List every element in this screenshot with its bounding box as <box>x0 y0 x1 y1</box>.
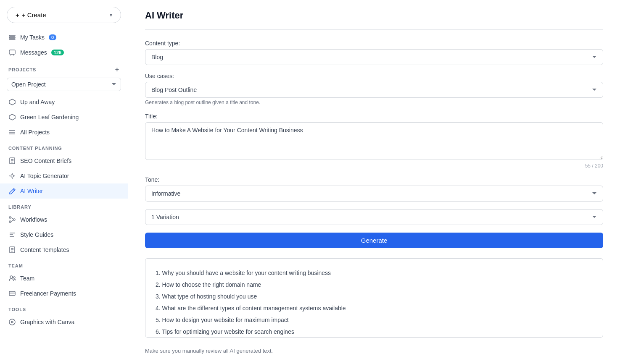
workflows-icon <box>8 216 16 223</box>
output-item-4: 4. What are the different types of conte… <box>156 302 593 314</box>
content-type-group: Content type: Blog Article Social Post E… <box>145 40 603 65</box>
team-label: Team <box>20 275 34 282</box>
output-item-3: 3. What type of hosting should you use <box>156 291 593 302</box>
sidebar-item-green-leaf[interactable]: Green Leaf Gardening <box>0 110 128 125</box>
sidebar-item-content-templates[interactable]: Content Templates <box>0 242 128 257</box>
sidebar-item-my-tasks[interactable]: My Tasks 0 <box>0 30 128 45</box>
output-box: 1. Why you should have a website for you… <box>145 259 603 338</box>
sidebar-item-seo-content-briefs[interactable]: SEO Content Briefs <box>0 153 128 168</box>
svg-rect-2 <box>9 39 15 39</box>
create-button[interactable]: + + Create ▾ <box>7 7 121 23</box>
svg-point-35 <box>11 321 13 323</box>
sidebar-item-workflows[interactable]: Workflows <box>0 212 128 227</box>
content-templates-icon <box>8 246 16 254</box>
messages-label: Messages <box>20 49 47 56</box>
sidebar-item-graphics-canva[interactable]: Graphics with Canva <box>0 314 128 330</box>
svg-rect-32 <box>9 291 15 296</box>
seo-briefs-label: SEO Content Briefs <box>20 157 71 164</box>
content-type-select[interactable]: Blog Article Social Post Email <box>145 49 603 65</box>
output-item-2: 2. How to choose the right domain name <box>156 279 593 291</box>
project-icon-2 <box>8 113 16 121</box>
output-wrapper: 1. Why you should have a website for you… <box>145 258 603 338</box>
projects-section-header: PROJECTS + <box>0 60 128 76</box>
ai-topic-label: AI Topic Generator <box>20 173 69 179</box>
svg-marker-5 <box>9 114 15 120</box>
content-templates-label: Content Templates <box>20 246 69 253</box>
title-group: Title: How to Make A Website for Your Co… <box>145 113 603 169</box>
messages-icon <box>8 49 16 56</box>
ai-writer-icon <box>8 187 16 195</box>
style-guides-label: Style Guides <box>20 231 53 238</box>
svg-point-30 <box>10 276 13 278</box>
canva-icon <box>8 318 16 326</box>
chevron-down-icon: ▾ <box>110 12 112 18</box>
svg-point-31 <box>13 277 15 278</box>
team-icon <box>8 275 16 282</box>
project-icon-1 <box>8 98 16 106</box>
title-label: Title: <box>145 113 603 120</box>
sidebar-item-all-projects[interactable]: All Projects <box>0 125 128 140</box>
sidebar-item-freelancer-payments[interactable]: Freelancer Payments <box>0 286 128 301</box>
graphics-canva-label: Graphics with Canva <box>20 319 74 325</box>
output-item-5: 5. How to design your website for maximu… <box>156 314 593 326</box>
title-textarea[interactable]: How to Make A Website for Your Content W… <box>145 122 603 160</box>
svg-rect-1 <box>9 37 15 38</box>
title-divider <box>145 29 603 30</box>
tools-section-header: TOOLS <box>0 301 128 314</box>
char-count: 55 / 200 <box>145 163 603 169</box>
style-guides-icon <box>8 231 16 238</box>
sidebar-item-up-and-away[interactable]: Up and Away <box>0 94 128 110</box>
use-cases-hint: Generates a blog post outline given a ti… <box>145 100 603 105</box>
page-title: AI Writer <box>145 10 603 21</box>
svg-point-34 <box>9 319 15 325</box>
sidebar-item-ai-topic-generator[interactable]: AI Topic Generator <box>0 168 128 183</box>
use-cases-group: Use cases: Blog Post Outline Blog Post I… <box>145 73 603 105</box>
library-section-header: LIBRARY <box>0 199 128 212</box>
svg-point-18 <box>9 217 11 218</box>
output-item-1: 1. Why you should have a website for you… <box>156 267 593 279</box>
variation-select[interactable]: 1 Variation 2 Variations 3 Variations <box>145 209 603 225</box>
use-cases-select[interactable]: Blog Post Outline Blog Post Introduction… <box>145 82 603 98</box>
ai-writer-label: AI Writer <box>20 188 43 194</box>
use-cases-label: Use cases: <box>145 73 603 79</box>
output-item-6: 6. Tips for optimizing your website for … <box>156 326 593 338</box>
sidebar-item-ai-writer[interactable]: AI Writer <box>0 183 128 199</box>
main-content: AI Writer Content type: Blog Article Soc… <box>128 0 620 364</box>
project-label-2: Green Leaf Gardening <box>20 114 79 120</box>
sidebar-item-team[interactable]: Team <box>0 271 128 286</box>
my-tasks-badge: 0 <box>49 34 56 40</box>
disclaimer-text: Make sure you manually review all AI gen… <box>145 348 603 354</box>
workflows-label: Workflows <box>20 216 47 223</box>
svg-point-20 <box>9 221 11 223</box>
svg-marker-4 <box>9 99 15 105</box>
ai-topic-icon <box>8 172 16 180</box>
team-section-header: TEAM <box>0 257 128 271</box>
messages-badge: 126 <box>51 50 64 55</box>
sidebar-item-messages[interactable]: Messages 126 <box>0 45 128 60</box>
svg-rect-0 <box>9 35 15 36</box>
my-tasks-label: My Tasks <box>20 34 45 41</box>
svg-line-21 <box>11 217 13 219</box>
tasks-icon <box>8 34 16 41</box>
sidebar-item-style-guides[interactable]: Style Guides <box>0 227 128 242</box>
variation-group: 1 Variation 2 Variations 3 Variations <box>145 209 603 225</box>
sidebar: + + Create ▾ My Tasks 0 Messages 126 PRO… <box>0 0 128 364</box>
tone-select[interactable]: Informative Casual Professional Friendly <box>145 186 603 202</box>
open-project-select[interactable]: Open Project <box>7 78 121 91</box>
all-projects-icon <box>8 128 16 136</box>
seo-briefs-icon <box>8 157 16 165</box>
plus-icon: + <box>16 11 19 18</box>
tone-group: Tone: Informative Casual Professional Fr… <box>145 176 603 202</box>
svg-point-19 <box>13 219 15 220</box>
all-projects-label: All Projects <box>20 129 50 136</box>
svg-rect-3 <box>9 50 15 54</box>
tone-label: Tone: <box>145 176 603 183</box>
project-label-1: Up and Away <box>20 99 55 105</box>
create-button-label: + Create <box>22 11 46 18</box>
generate-button[interactable]: Generate <box>145 233 603 248</box>
freelancer-payments-label: Freelancer Payments <box>20 290 76 297</box>
svg-point-13 <box>11 175 13 177</box>
svg-line-22 <box>11 220 13 222</box>
content-planning-section-header: CONTENT PLANNING <box>0 140 128 153</box>
add-project-icon[interactable]: + <box>115 66 119 73</box>
